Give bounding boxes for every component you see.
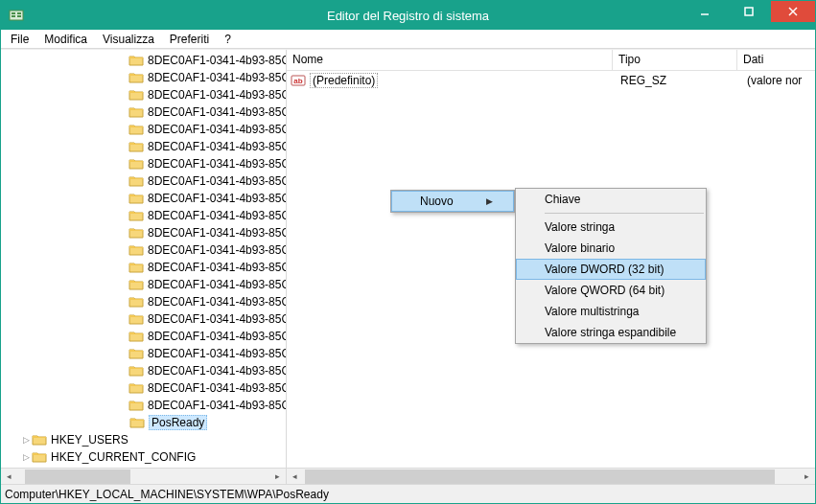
tree-horizontal-scrollbar[interactable]: ◂ ▸ — [1, 468, 286, 484]
submenu-label: Valore binario — [545, 241, 615, 255]
tree-item-guid[interactable]: 8DEC0AF1-0341-4b93-85CD — [1, 310, 286, 328]
context-menu-primary: Nuovo ▶ — [390, 190, 515, 213]
status-path: Computer\HKEY_LOCAL_MACHINE\SYSTEM\WPA\P… — [5, 488, 329, 501]
tree-item-label: 8DEC0AF1-0341-4b93-85CD — [148, 105, 286, 119]
value-type: REG_SZ — [620, 74, 666, 87]
value-data: (valore nor — [747, 74, 802, 87]
submenu-item-valore-esp[interactable]: Valore stringa espandibile — [516, 322, 706, 343]
column-type[interactable]: Tipo — [613, 50, 737, 70]
menu-bar: File Modifica Visualizza Preferiti ? — [1, 30, 815, 49]
svg-rect-6 — [745, 8, 753, 15]
tree-item-guid[interactable]: 8DEC0AF1-0341-4b93-85CD — [1, 276, 286, 293]
tree-item-guid[interactable]: 8DEC0AF1-0341-4b93-85CD — [1, 172, 286, 190]
tree-item-guid[interactable]: 8DEC0AF1-0341-4b93-85CD — [1, 328, 286, 345]
submenu-label: Valore stringa espandibile — [545, 326, 676, 339]
submenu-item-valore-stringa[interactable]: Valore stringa — [516, 217, 706, 238]
submenu-label: Valore QWORD (64 bit) — [545, 284, 664, 297]
tree-item-guid[interactable]: 8DEC0AF1-0341-4b93-85CD — [1, 103, 286, 121]
tree-item-posready[interactable]: PosReady — [1, 414, 286, 431]
context-menu-label: Nuovo — [420, 195, 454, 208]
tree-expander-icon[interactable]: ▷ — [20, 452, 32, 462]
menu-help[interactable]: ? — [217, 31, 239, 48]
tree-item-guid[interactable]: 8DEC0AF1-0341-4b93-85CD — [1, 293, 286, 310]
tree-item-label: 8DEC0AF1-0341-4b93-85CD — [148, 364, 286, 378]
tree-item-label: HKEY_USERS — [51, 433, 128, 447]
tree-item-guid[interactable]: 8DEC0AF1-0341-4b93-85CD — [1, 362, 286, 379]
submenu-label: Valore multistringa — [545, 305, 639, 318]
tree-item-guid[interactable]: 8DEC0AF1-0341-4b93-85CD — [1, 259, 286, 276]
submenu-item-valore-dword[interactable]: Valore DWORD (32 bit) — [516, 259, 706, 280]
scrollbar-track[interactable] — [17, 469, 269, 485]
tree-item-label: 8DEC0AF1-0341-4b93-85CD — [148, 88, 286, 102]
column-data[interactable]: Dati — [737, 50, 815, 70]
tree-item-label: 8DEC0AF1-0341-4b93-85CD — [148, 278, 286, 291]
tree-item-label: 8DEC0AF1-0341-4b93-85CD — [148, 174, 286, 188]
list-row[interactable]: ab (Predefinito) REG_SZ (valore nor — [287, 71, 815, 90]
tree-expander-icon[interactable]: ▷ — [20, 435, 32, 445]
menu-file[interactable]: File — [3, 31, 36, 48]
tree-item-label: 8DEC0AF1-0341-4b93-85CD — [148, 157, 286, 171]
scroll-right-arrow-icon[interactable]: ▸ — [799, 469, 815, 485]
regedit-icon — [9, 8, 24, 23]
submenu-item-chiave[interactable]: Chiave — [516, 189, 706, 210]
tree-item-guid[interactable]: 8DEC0AF1-0341-4b93-85CD — [1, 69, 286, 86]
tree-item-guid[interactable]: 8DEC0AF1-0341-4b93-85CD — [1, 241, 286, 259]
tree-item-guid[interactable]: 8DEC0AF1-0341-4b93-85CD — [1, 121, 286, 138]
tree-item-guid[interactable]: 8DEC0AF1-0341-4b93-85CD — [1, 345, 286, 362]
window-controls — [683, 1, 815, 22]
tree-item-guid[interactable]: 8DEC0AF1-0341-4b93-85CD — [1, 397, 286, 414]
context-menu-submenu: Chiave Valore stringa Valore binario Val… — [515, 188, 707, 344]
menu-view[interactable]: Visualizza — [95, 31, 162, 48]
title-bar: Editor del Registro di sistema — [1, 1, 815, 30]
tree-item-label: 8DEC0AF1-0341-4b93-85CD — [148, 295, 286, 309]
tree-item-guid[interactable]: 8DEC0AF1-0341-4b93-85CD — [1, 86, 286, 103]
menu-favorites[interactable]: Preferiti — [162, 31, 217, 48]
submenu-item-valore-multi[interactable]: Valore multistringa — [516, 301, 706, 322]
tree-item-label: 8DEC0AF1-0341-4b93-85CD — [148, 123, 286, 136]
tree-item-label: HKEY_CURRENT_CONFIG — [51, 450, 196, 464]
scroll-right-arrow-icon[interactable]: ▸ — [269, 469, 286, 485]
submenu-label: Valore DWORD (32 bit) — [545, 263, 664, 276]
submenu-label: Chiave — [545, 193, 580, 206]
minimize-button[interactable] — [683, 1, 727, 22]
column-name[interactable]: Nome — [287, 50, 613, 70]
tree-item-hkey-current-config[interactable]: ▷HKEY_CURRENT_CONFIG — [1, 448, 286, 466]
close-button[interactable] — [771, 1, 815, 22]
tree-item-guid[interactable]: 8DEC0AF1-0341-4b93-85CD — [1, 52, 286, 69]
tree-item-guid[interactable]: 8DEC0AF1-0341-4b93-85CD — [1, 155, 286, 172]
window-title: Editor del Registro di sistema — [327, 9, 489, 23]
tree-pane: 8DEC0AF1-0341-4b93-85CD8DEC0AF1-0341-4b9… — [1, 50, 287, 484]
tree-item-guid[interactable]: 8DEC0AF1-0341-4b93-85CD — [1, 138, 286, 155]
tree-item-label: 8DEC0AF1-0341-4b93-85CD — [148, 347, 286, 360]
list-horizontal-scrollbar[interactable]: ◂ ▸ — [287, 468, 815, 484]
tree-item-guid[interactable]: 8DEC0AF1-0341-4b93-85CD — [1, 207, 286, 224]
tree-item-hkey-users[interactable]: ▷HKEY_USERS — [1, 431, 286, 448]
submenu-item-valore-binario[interactable]: Valore binario — [516, 238, 706, 259]
tree-item-label: 8DEC0AF1-0341-4b93-85CD — [148, 312, 286, 326]
context-menu-item-nuovo[interactable]: Nuovo ▶ — [391, 191, 514, 212]
scroll-left-arrow-icon[interactable]: ◂ — [287, 469, 303, 485]
scroll-left-arrow-icon[interactable]: ◂ — [1, 469, 17, 485]
tree-item-label: 8DEC0AF1-0341-4b93-85CD — [148, 261, 286, 274]
tree-item-guid[interactable]: 8DEC0AF1-0341-4b93-85CD — [1, 190, 286, 207]
tree-item-guid[interactable]: 8DEC0AF1-0341-4b93-85CD — [1, 379, 286, 397]
menu-separator — [545, 213, 704, 214]
tree-item-label: 8DEC0AF1-0341-4b93-85CD — [148, 192, 286, 205]
list-pane: Nome Tipo Dati ab (Predefinito) REG_SZ (… — [287, 50, 815, 484]
tree-item-label: 8DEC0AF1-0341-4b93-85CD — [148, 209, 286, 222]
tree-scroll[interactable]: 8DEC0AF1-0341-4b93-85CD8DEC0AF1-0341-4b9… — [1, 50, 286, 468]
svg-rect-3 — [17, 12, 21, 14]
scrollbar-track[interactable] — [303, 469, 799, 485]
scrollbar-thumb[interactable] — [25, 470, 130, 484]
maximize-button[interactable] — [727, 1, 771, 22]
tree-item-label: 8DEC0AF1-0341-4b93-85CD — [148, 330, 286, 343]
list-header: Nome Tipo Dati — [287, 50, 815, 71]
tree-item-label: 8DEC0AF1-0341-4b93-85CD — [148, 140, 286, 153]
scrollbar-thumb[interactable] — [305, 470, 775, 484]
tree-item-label: 8DEC0AF1-0341-4b93-85CD — [148, 243, 286, 257]
tree-item-guid[interactable]: 8DEC0AF1-0341-4b93-85CD — [1, 224, 286, 241]
svg-rect-1 — [12, 12, 15, 14]
submenu-item-valore-qword[interactable]: Valore QWORD (64 bit) — [516, 280, 706, 301]
menu-edit[interactable]: Modifica — [36, 31, 95, 48]
submenu-arrow-icon: ▶ — [486, 196, 493, 206]
